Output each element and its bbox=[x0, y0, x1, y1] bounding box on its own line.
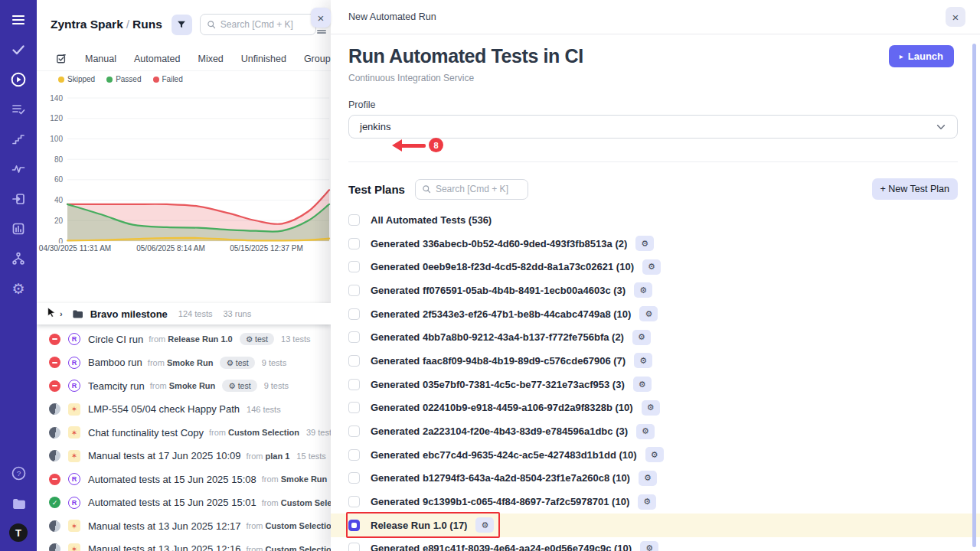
plan-checkbox[interactable] bbox=[348, 214, 360, 226]
test-plan-row[interactable]: Generated 035e7bf0-7381-4c5c-be77-321e73… bbox=[331, 373, 980, 396]
plan-label: Generated faac8f09-94b8-4b19-89d9-c576cd… bbox=[371, 355, 626, 367]
run-row[interactable]: Automated tests at 15 Jun 2025 15:08from… bbox=[37, 468, 331, 491]
plan-settings-button[interactable]: ⚙ bbox=[638, 494, 656, 510]
new-test-plan-button[interactable]: + New Test Plan bbox=[872, 178, 958, 200]
test-plan-row[interactable]: Generated 4bb7a8b0-9212-43a4-b137-f772fe… bbox=[331, 325, 980, 349]
run-row[interactable]: Manual tests at 13 Jun 2025 12:17from Cu… bbox=[37, 514, 331, 538]
plan-settings-button[interactable]: ⚙ bbox=[642, 400, 660, 416]
plan-checkbox[interactable] bbox=[348, 285, 360, 296]
plan-checkbox[interactable] bbox=[348, 543, 360, 551]
plan-settings-button[interactable]: ⚙ bbox=[639, 306, 658, 321]
launch-button[interactable]: ▸ Launch bbox=[889, 45, 954, 67]
breadcrumb-project[interactable]: Zyntra Spark bbox=[51, 18, 123, 31]
settings-gear-icon[interactable]: ⚙ bbox=[9, 279, 28, 298]
analytics-icon[interactable] bbox=[9, 220, 28, 238]
plan-checkbox[interactable] bbox=[348, 379, 360, 390]
plan-checkbox[interactable] bbox=[348, 261, 360, 272]
plan-settings-button[interactable]: ⚙ bbox=[635, 236, 654, 251]
test-plan-row[interactable]: Generated faac8f09-94b8-4b19-89d9-c576cd… bbox=[331, 349, 980, 373]
plan-settings-button[interactable]: ⚙ bbox=[639, 471, 657, 486]
test-plan-row[interactable]: Generated 0eeb9e18-f23d-4cd5-82dd-8a1a73… bbox=[331, 255, 980, 279]
profile-select[interactable]: jenkins bbox=[348, 115, 958, 139]
plan-settings-button[interactable]: ⚙ bbox=[475, 517, 494, 533]
steps-icon[interactable] bbox=[9, 130, 28, 148]
plan-settings-button[interactable]: ⚙ bbox=[640, 541, 658, 551]
run-row[interactable]: Teamcity runfrom Smoke Run⚙test9 tests bbox=[37, 374, 331, 398]
breadcrumb[interactable]: Zyntra Spark/Runs bbox=[51, 18, 162, 31]
run-row[interactable]: Automated tests at 15 Jun 2025 15:01from… bbox=[37, 491, 331, 515]
modal-body: Run Automated Tests in CI ▸ Launch Conti… bbox=[331, 34, 980, 551]
tab-unfinished[interactable]: Unfinished bbox=[241, 54, 286, 64]
test-tag-badge[interactable]: ⚙test bbox=[240, 333, 274, 345]
filter-button[interactable] bbox=[172, 15, 192, 35]
plan-checkbox[interactable] bbox=[348, 472, 360, 484]
test-tag-badge[interactable]: ⚙test bbox=[222, 380, 256, 392]
test-plan-row[interactable]: Generated 2f5343e3-ef26-47b1-be8b-44cabc… bbox=[331, 302, 980, 326]
run-row[interactable]: Manual tests at 13 Jun 2025 12:16from Cu… bbox=[37, 538, 331, 551]
test-plan-row[interactable]: Generated ebc77c4d-9635-424c-ac5e-427483… bbox=[331, 443, 980, 467]
tab-groups[interactable]: Groups bbox=[304, 54, 331, 64]
pulse-icon[interactable] bbox=[9, 160, 28, 178]
tab-manual[interactable]: Manual bbox=[85, 54, 116, 64]
plan-checkbox[interactable] bbox=[348, 449, 360, 461]
tab-automated[interactable]: Automated bbox=[134, 54, 180, 64]
run-row[interactable]: Bamboo runfrom Smoke Run⚙test9 tests bbox=[37, 351, 331, 375]
plan-settings-button[interactable]: ⚙ bbox=[634, 353, 652, 368]
test-plan-row[interactable]: Release Run 1.0 (17)⚙ bbox=[331, 514, 980, 537]
import-icon[interactable] bbox=[9, 190, 28, 208]
chevron-right-icon[interactable]: › bbox=[60, 309, 63, 318]
tab-mixed[interactable]: Mixed bbox=[198, 54, 223, 64]
plan-settings-button[interactable]: ⚙ bbox=[645, 447, 664, 462]
plan-settings-button[interactable]: ⚙ bbox=[633, 377, 652, 392]
plan-checkbox[interactable] bbox=[348, 331, 360, 343]
legend-item-passed[interactable]: Passed bbox=[106, 75, 141, 83]
run-row[interactable]: Manual tests at 17 Jun 2025 10:09from pl… bbox=[37, 445, 331, 468]
test-plan-row[interactable]: Generated 022410b9-e918-4459-a106-97d2a9… bbox=[331, 396, 980, 420]
test-plan-row[interactable]: Generated ff076591-05ab-4b4b-8491-1ecb00… bbox=[331, 279, 980, 302]
test-plans-search-input[interactable]: Search [Cmd + K] bbox=[415, 179, 528, 200]
plan-label: Generated ff076591-05ab-4b4b-8491-1ecb00… bbox=[371, 285, 626, 296]
app-logo[interactable]: T bbox=[9, 523, 28, 542]
panel-close-button[interactable]: × bbox=[311, 8, 331, 28]
play-circle-icon[interactable] bbox=[9, 70, 28, 89]
plan-checkbox[interactable] bbox=[348, 402, 360, 413]
plan-settings-button[interactable]: ⚙ bbox=[634, 282, 652, 298]
milestone-row[interactable]: › Bravo milestone 124 tests 33 runs bbox=[37, 303, 331, 324]
legend-item-failed[interactable]: Failed bbox=[153, 75, 183, 83]
manual-run-icon bbox=[68, 426, 80, 439]
help-icon[interactable]: ? bbox=[9, 464, 28, 482]
milestone-name: Bravo milestone bbox=[90, 308, 168, 320]
menu-icon[interactable] bbox=[9, 11, 28, 29]
modal-scrollbar[interactable] bbox=[972, 44, 976, 547]
run-row[interactable]: Chat functinality test Copyfrom Custom S… bbox=[37, 421, 331, 445]
test-plan-row[interactable]: Generated 336abecb-0b52-4d60-9ded-493f3f… bbox=[331, 232, 980, 256]
plan-checkbox[interactable] bbox=[348, 308, 360, 320]
run-row[interactable]: Circle CI runfrom Release Run 1.0⚙test13… bbox=[37, 328, 331, 351]
check-icon[interactable] bbox=[9, 41, 28, 59]
plan-checkbox[interactable] bbox=[348, 496, 360, 507]
list-check-icon[interactable] bbox=[9, 100, 28, 119]
test-plan-row[interactable]: Generated 2a223104-f20e-4b43-83d9-e78459… bbox=[331, 419, 980, 443]
test-plan-row[interactable]: Generated e891c41f-8039-4e64-aa24-e0d56e… bbox=[331, 537, 980, 551]
branch-icon[interactable] bbox=[9, 249, 28, 268]
badge-label: test bbox=[238, 381, 251, 390]
plan-checkbox[interactable] bbox=[348, 238, 360, 249]
folder-icon bbox=[72, 309, 83, 319]
files-folder-icon[interactable] bbox=[9, 494, 28, 512]
plan-checkbox[interactable] bbox=[348, 425, 360, 437]
plan-settings-button[interactable]: ⚙ bbox=[642, 259, 661, 275]
runs-search-input[interactable]: Search [Cmd + K] bbox=[200, 14, 316, 35]
test-plan-row[interactable]: Generated b12794f3-643a-4a2d-8504-23f1e7… bbox=[331, 467, 980, 491]
plan-checkbox[interactable] bbox=[348, 520, 360, 531]
test-plan-row[interactable]: All Automated Tests (536) bbox=[331, 208, 980, 232]
plan-settings-button[interactable]: ⚙ bbox=[636, 424, 655, 439]
select-runs-icon[interactable] bbox=[55, 53, 67, 65]
modal-close-button[interactable]: × bbox=[946, 7, 965, 27]
plan-checkbox[interactable] bbox=[348, 355, 360, 367]
test-tag-badge[interactable]: ⚙test bbox=[220, 357, 254, 369]
test-plan-row[interactable]: Generated 9c1399b1-c065-4f84-8697-7af2c5… bbox=[331, 490, 980, 514]
legend-item-skipped[interactable]: Skipped bbox=[58, 75, 95, 83]
plan-settings-button[interactable]: ⚙ bbox=[632, 330, 651, 345]
run-row[interactable]: LMP-554 05/04 check Happy Path146 tests bbox=[37, 398, 331, 422]
plan-label: Generated 9c1399b1-c065-4f84-8697-7af2c5… bbox=[371, 496, 629, 507]
